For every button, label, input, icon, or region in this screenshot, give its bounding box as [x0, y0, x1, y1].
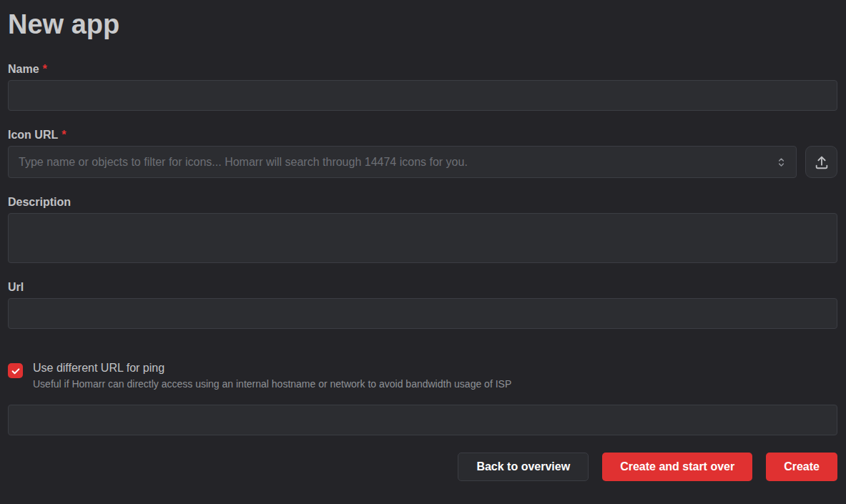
icon-select [8, 146, 797, 178]
check-icon [11, 366, 21, 376]
description-label: Description [8, 196, 837, 209]
name-field: Name* [8, 63, 837, 111]
create-and-start-over-button[interactable]: Create and start over [602, 453, 752, 481]
upload-icon [814, 154, 830, 170]
create-button[interactable]: Create [766, 453, 837, 481]
description-field: Description [8, 196, 837, 263]
upload-image-button[interactable] [805, 146, 837, 178]
url-label: Url [8, 281, 837, 294]
icon-url-label-text: Icon URL [8, 129, 58, 141]
url-field: Url [8, 281, 837, 329]
description-label-text: Description [8, 196, 71, 208]
icon-url-label: Icon URL* [8, 129, 837, 142]
ping-section: Use different URL for ping Useful if Hom… [8, 362, 837, 435]
name-label: Name* [8, 63, 837, 76]
back-to-overview-button[interactable]: Back to overview [458, 453, 589, 481]
icon-url-field: Icon URL* [8, 129, 837, 178]
form-actions: Back to overview Create and start over C… [8, 453, 837, 481]
description-input[interactable] [8, 213, 837, 263]
name-label-text: Name [8, 63, 39, 75]
ping-checkbox-text: Use different URL for ping Useful if Hom… [33, 362, 511, 390]
ping-checkbox-label[interactable]: Use different URL for ping [33, 362, 511, 375]
url-input[interactable] [8, 298, 837, 329]
name-input[interactable] [8, 80, 837, 111]
new-app-page: New app Name* Icon URL* [0, 0, 846, 494]
required-asterisk: * [62, 129, 66, 141]
ping-checkbox[interactable] [8, 363, 23, 378]
url-label-text: Url [8, 281, 24, 293]
ping-helper-text: Useful if Homarr can directly access usi… [33, 378, 511, 390]
ping-url-input[interactable] [8, 405, 837, 435]
required-asterisk: * [43, 63, 47, 75]
page-title: New app [8, 7, 837, 42]
icon-search-input[interactable] [8, 146, 797, 178]
